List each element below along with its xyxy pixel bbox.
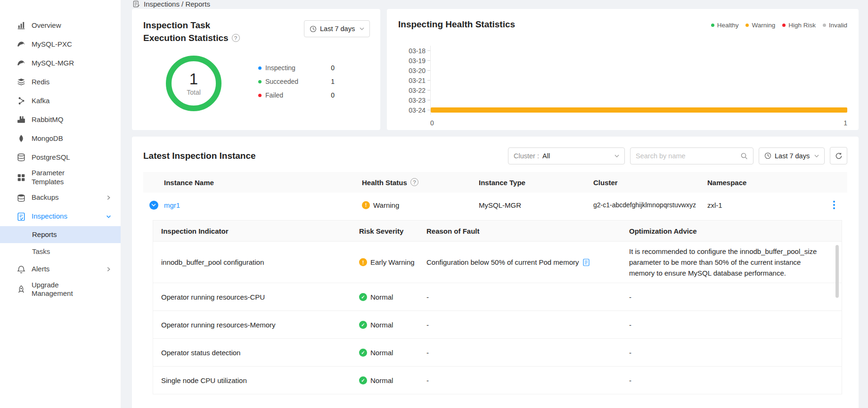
sidebar-item-inspections[interactable]: Inspections <box>0 207 121 226</box>
instance-name-link[interactable]: mgr1 <box>164 201 180 209</box>
severity-icon <box>359 349 367 357</box>
sidebar-item-label: Inspections <box>32 212 89 221</box>
severity-icon <box>359 376 367 384</box>
legend-item-failed[interactable]: Failed 0 <box>258 90 335 100</box>
task-execution-stats-card: Inspection Task Execution Statistics Las… <box>132 9 380 130</box>
sidebar-item-upgrade-management[interactable]: Upgrade Management <box>0 279 121 301</box>
legend-dot <box>258 66 262 70</box>
legend-dot <box>711 24 714 27</box>
clock-icon <box>764 152 771 159</box>
sidebar-item-label: Overview <box>32 21 89 30</box>
health-legend: Healthy Warning High Risk Invalid <box>711 22 847 29</box>
chart-plot-row <box>430 75 847 85</box>
x-tick-min: 0 <box>430 119 434 127</box>
legend-item-inspecting[interactable]: Inspecting 0 <box>258 63 335 73</box>
reason-cell: - <box>426 349 629 357</box>
severity-label: Early Warning <box>370 258 415 266</box>
severity-label: Normal <box>370 321 393 329</box>
sidebar-item-kafka[interactable]: Kafka <box>0 91 121 110</box>
sidebar-item-label: MySQL-PXC <box>32 40 89 49</box>
severity-icon <box>359 293 367 301</box>
severity-cell: Normal <box>359 321 426 329</box>
sidebar-item-mongodb[interactable]: MongoDB <box>0 129 121 148</box>
sidebar-item-parameter-templates[interactable]: Parameter Templates <box>0 167 121 188</box>
indicator-cell: Single node CPU utilization <box>153 376 359 384</box>
sidebar-item-label: Redis <box>32 78 89 87</box>
warning-icon <box>362 201 370 209</box>
help-icon[interactable] <box>410 178 418 186</box>
sidebar-item-rabbitmq[interactable]: RabbitMQ <box>0 110 121 129</box>
axis-tick-label: 03-21 <box>398 77 426 84</box>
sidebar-item-mysql-pxc[interactable]: MySQL-PXC <box>0 35 121 54</box>
instance-range-select[interactable]: Last 7 days <box>759 147 825 164</box>
sidebar-item-label: MySQL-MGR <box>32 59 89 68</box>
row-actions-menu[interactable] <box>831 199 837 211</box>
sidebar-item-overview[interactable]: Overview <box>0 16 121 35</box>
redis-icon <box>17 78 25 86</box>
collapse-row-button[interactable] <box>149 201 158 210</box>
col-health-status: Health Status <box>362 178 479 187</box>
col-cluster: Cluster <box>593 179 707 187</box>
task-stats-range-select[interactable]: Last 7 days <box>304 20 370 37</box>
cluster-filter-value: All <box>542 152 550 160</box>
upgrade-icon <box>17 285 25 294</box>
axis-tick-label: 03-18 <box>398 47 426 55</box>
reason-cell: - <box>426 376 629 384</box>
chart-plot-row <box>430 85 847 95</box>
sidebar-subitem-label: Tasks <box>32 247 50 255</box>
axis-tick-label: 03-22 <box>398 87 426 94</box>
chart-category-row: 03-21 <box>398 75 847 85</box>
reason-text: - <box>426 349 429 357</box>
namespace-cell: zxl-1 <box>707 201 821 209</box>
inspection-detail-panel: Inspection Indicator Risk Severity Reaso… <box>153 220 842 394</box>
chevron-right-icon <box>106 267 111 272</box>
instance-table-row[interactable]: mgr1 Warning MySQL-MGR g2-c1-abcdefghijk… <box>143 193 847 217</box>
search-icon[interactable] <box>740 152 748 160</box>
sidebar-item-backups[interactable]: Backups <box>0 188 121 207</box>
advice-cell: - <box>629 375 842 386</box>
sidebar: Overview MySQL-PXC MySQL-MGR Redis Kafka… <box>0 0 121 408</box>
sidebar-subitem-reports[interactable]: Reports <box>0 226 121 243</box>
legend-item-invalid[interactable]: Invalid <box>823 22 847 29</box>
clock-icon <box>310 25 317 33</box>
backups-icon <box>17 194 25 202</box>
sidebar-item-label: Parameter Templates <box>32 169 89 187</box>
severity-icon <box>359 258 367 266</box>
chart-plot-row <box>430 46 847 56</box>
mongodb-icon <box>17 134 25 143</box>
detail-scrollbar-thumb[interactable] <box>835 245 839 298</box>
legend-item-healthy[interactable]: Healthy <box>711 22 739 29</box>
sidebar-item-label: MongoDB <box>32 134 89 143</box>
task-donut-legend: Inspecting 0 Succeeded 1 Failed 0 <box>258 63 335 104</box>
mysql-pxc-icon <box>17 40 25 49</box>
search-input[interactable] <box>636 152 740 160</box>
axis-tick-label: 03-23 <box>398 97 426 104</box>
breadcrumb[interactable]: Inspections / Reports <box>121 0 868 8</box>
inspections-icon <box>17 212 25 221</box>
range-value: Last 7 days <box>320 25 355 33</box>
sidebar-item-alerts[interactable]: Alerts <box>0 260 121 279</box>
col-inspection-indicator: Inspection Indicator <box>153 227 359 235</box>
kafka-icon <box>17 97 25 105</box>
axis-tick-label: 03-19 <box>398 57 426 65</box>
search-box <box>630 147 753 164</box>
cluster-cell: g2-c1-abcdefghijklmnopqrstuvwxyz <box>593 201 707 209</box>
legend-item-warning[interactable]: Warning <box>745 22 775 29</box>
col-optimization-advice: Optimization Advice <box>629 227 842 235</box>
legend-item-succeeded[interactable]: Succeeded 1 <box>258 77 335 87</box>
sidebar-item-mysql-mgr[interactable]: MySQL-MGR <box>0 54 121 73</box>
advice-cell: - <box>629 319 842 330</box>
report-doc-icon[interactable] <box>583 259 590 266</box>
legend-item-high-risk[interactable]: High Risk <box>782 22 816 29</box>
sidebar-item-postgresql[interactable]: PostgreSQL <box>0 148 121 167</box>
sidebar-item-label: Upgrade Management <box>32 281 89 299</box>
inspection-detail-row: Single node CPU utilization Normal - - <box>153 366 842 394</box>
help-icon[interactable] <box>232 34 240 42</box>
refresh-button[interactable] <box>830 147 847 164</box>
mysql-mgr-icon <box>17 59 25 67</box>
health-stats-card: Inspecting Health Statistics Healthy War… <box>387 9 859 130</box>
cluster-filter-select[interactable]: Cluster : All <box>508 147 625 164</box>
reason-text: - <box>426 376 429 384</box>
sidebar-item-redis[interactable]: Redis <box>0 73 121 91</box>
sidebar-subitem-tasks[interactable]: Tasks <box>0 243 121 260</box>
